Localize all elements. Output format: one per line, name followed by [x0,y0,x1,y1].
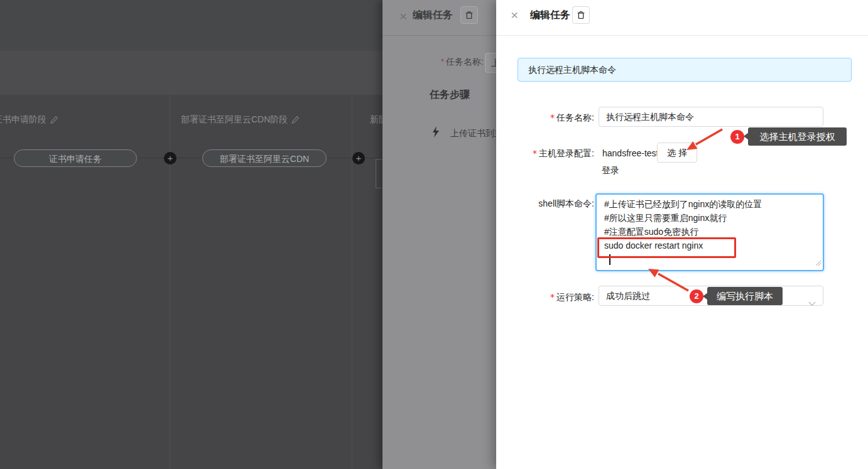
stage-divider [352,95,352,469]
required-mark: * [550,112,555,122]
required-mark: * [441,57,444,67]
required-mark: * [533,148,537,158]
connector-line [137,158,164,158]
divider [382,35,496,36]
connector-line [327,158,352,158]
app-screen: 证书申请阶段 部署证书至阿里云CDN阶段 新阶 证书申请任务 部署证书至阿里云C… [0,0,868,469]
shell-line: #上传证书已经放到了nginx的读取的位置 [604,199,811,213]
annotation-tooltip-1: 选择主机登录授权 [748,127,847,146]
delete-task-button[interactable] [572,6,590,24]
task-type-info-banner: 执行远程主机脚本命令 [518,58,852,82]
add-stage-button[interactable]: + [164,152,176,164]
task-node-deploy-cdn[interactable]: 部署证书至阿里云CDN [202,149,327,167]
connector-line [0,158,14,158]
annotation-badge-2: 2 [690,289,703,303]
highlight-box-sudo-command [597,237,736,258]
task-name-input[interactable]: 执行远程主机脚本命令 [599,107,823,127]
host-config-label: *主机登录配置: [496,148,594,159]
divider [496,35,868,36]
stage-divider [170,95,170,469]
trash-icon [464,10,474,20]
connector-line [365,158,382,158]
shell-line: #所以这里只需要重启nginx就行 [604,213,811,227]
host-config-value-wrap: 登录 [602,165,619,176]
stage-title-1: 证书申请阶段 [0,114,58,126]
label-text: shell脚本命令: [538,198,594,208]
chevron-down-icon [808,294,816,313]
selected-option: 成功后跳过 [606,291,650,301]
stage-title-text: 部署证书至阿里云CDN阶段 [181,114,288,124]
lightning-icon [431,126,442,137]
choose-host-button[interactable]: 选 择 [657,143,697,163]
task-name-label: *任务名称: [496,112,594,124]
resize-grip[interactable] [815,257,822,269]
task-name-input[interactable]: 上传 [485,53,496,73]
label-text: 运行策略: [556,292,594,302]
task-name-label: *任务名称: [382,57,484,68]
required-mark: * [550,292,555,302]
add-stage-button[interactable]: + [352,152,365,164]
label-text: 任务名称: [446,57,484,67]
edit-stage-icon[interactable] [50,116,58,126]
connector-line [176,158,202,158]
delete-task-button[interactable] [460,6,478,24]
close-icon[interactable]: × [511,8,518,21]
edit-stage-icon[interactable] [291,116,300,126]
stage-title-2: 部署证书至阿里云CDN阶段 [181,114,300,126]
drawer-title: 编辑任务 [413,9,453,22]
annotation-badge-1: 1 [730,130,744,144]
run-policy-label: *运行策略: [496,292,594,303]
task-node-cert-request[interactable]: 证书申请任务 [14,149,137,167]
task-step-item[interactable]: 上传证书到主 [450,128,496,139]
stage-title-text: 证书申请阶段 [0,114,46,124]
shell-script-textarea[interactable]: #上传证书已经放到了nginx的读取的位置 #所以这里只需要重启nginx就行 … [595,193,824,271]
annotation-tooltip-2: 编写执行脚本 [707,287,783,305]
drawer-edit-task-level2: × 编辑任务 执行远程主机脚本命令 *任务名称: 执行远程主机脚本命令 *主机登… [496,0,868,469]
drawer-edit-task-level1: × 编辑任务 *任务名称: 上传 任务步骤 上传证书到主 [382,0,496,469]
close-icon[interactable]: × [399,9,407,23]
shell-script-label: shell脚本命令: [496,198,594,210]
label-text: 任务名称: [556,112,594,122]
trash-icon [576,10,586,20]
host-config-value: handsfree-test [602,148,659,158]
drawer-title: 编辑任务 [530,9,570,22]
label-text: 主机登录配置: [539,148,594,158]
task-steps-heading: 任务步骤 [430,89,470,102]
